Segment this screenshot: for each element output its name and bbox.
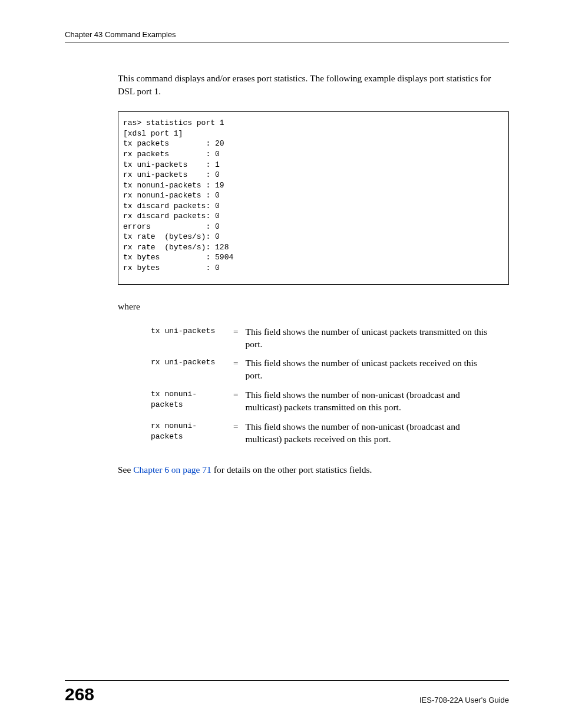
table-row: tx nonuni- packets = This field shows th… xyxy=(147,386,495,417)
definition-description: This field shows the number of unicast p… xyxy=(242,322,495,354)
page-footer: 268 IES-708-22A User's Guide xyxy=(65,680,509,704)
table-row: rx uni-packets = This field shows the nu… xyxy=(147,354,495,386)
footer-line: 268 IES-708-22A User's Guide xyxy=(65,680,509,704)
equals-sign: = xyxy=(230,386,242,417)
definition-term: tx nonuni- packets xyxy=(147,386,230,417)
definitions-table: tx uni-packets = This field shows the nu… xyxy=(147,322,495,449)
chapter-label: Chapter 43 Command Examples xyxy=(65,30,176,39)
definition-description: This field shows the number of non-unica… xyxy=(242,386,495,417)
equals-sign: = xyxy=(230,417,242,449)
see-prefix: See xyxy=(118,465,133,475)
definition-description: This field shows the number of unicast p… xyxy=(242,354,495,386)
code-output-block: ras> statistics port 1 [xdsl port 1] tx … xyxy=(118,111,509,284)
equals-sign: = xyxy=(230,322,242,354)
page-number: 268 xyxy=(65,684,94,704)
guide-name: IES-708-22A User's Guide xyxy=(419,696,509,704)
see-link[interactable]: Chapter 6 on page 71 xyxy=(133,465,211,475)
definition-term: rx nonuni- packets xyxy=(147,417,230,449)
definition-term: tx uni-packets xyxy=(147,322,230,354)
see-suffix: for details on the other port statistics… xyxy=(211,465,372,475)
table-row: rx nonuni- packets = This field shows th… xyxy=(147,417,495,449)
see-reference: See Chapter 6 on page 71 for details on … xyxy=(118,463,509,476)
definition-term: rx uni-packets xyxy=(147,354,230,386)
where-label: where xyxy=(118,301,509,312)
equals-sign: = xyxy=(230,354,242,386)
table-row: tx uni-packets = This field shows the nu… xyxy=(147,322,495,354)
definition-description: This field shows the number of non-unica… xyxy=(242,417,495,449)
intro-paragraph: This command displays and/or erases port… xyxy=(118,72,509,97)
page-header: Chapter 43 Command Examples xyxy=(65,29,509,42)
